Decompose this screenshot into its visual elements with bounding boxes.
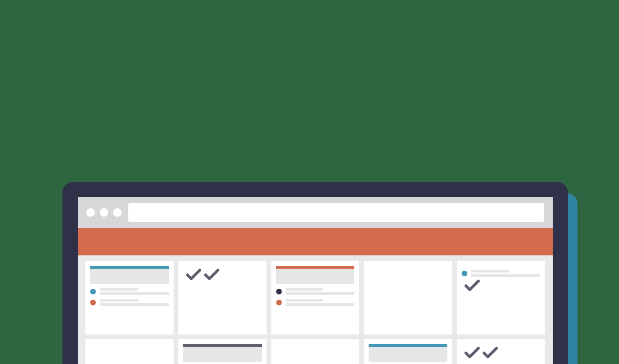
bullet-icon — [276, 289, 282, 294]
list-item — [90, 288, 169, 295]
item-text — [100, 299, 169, 306]
grid-cell[interactable] — [457, 261, 545, 334]
check-icon — [483, 346, 498, 359]
url-bar[interactable] — [128, 203, 544, 222]
bullet-icon — [90, 289, 96, 294]
browser-chrome — [78, 197, 553, 228]
card-body — [90, 269, 169, 284]
window-controls — [86, 208, 122, 217]
card-body — [369, 347, 447, 362]
grid-cell[interactable] — [178, 261, 267, 334]
check-icon — [186, 268, 201, 281]
header-bar — [78, 228, 553, 255]
list-item — [462, 270, 540, 277]
window-dot[interactable] — [100, 208, 108, 217]
event-card[interactable] — [276, 266, 355, 284]
list-item — [276, 299, 355, 306]
grid-cell[interactable] — [271, 261, 360, 334]
grid-cell[interactable] — [364, 339, 452, 364]
item-text — [286, 299, 355, 306]
window-dot[interactable] — [86, 208, 95, 217]
list-item — [276, 288, 355, 295]
item-text — [100, 288, 169, 295]
laptop-screen — [62, 182, 568, 364]
check-icon — [204, 268, 219, 281]
event-card[interactable] — [90, 266, 169, 284]
check-icon — [464, 346, 480, 359]
grid-cell[interactable] — [271, 339, 360, 364]
event-card[interactable] — [369, 344, 447, 362]
bullet-icon — [462, 271, 467, 276]
item-text — [286, 288, 355, 295]
grid-cell[interactable] — [364, 261, 452, 334]
calendar-grid — [78, 255, 553, 364]
window-dot[interactable] — [113, 208, 122, 217]
bullet-icon — [90, 300, 96, 305]
grid-cell[interactable] — [85, 261, 174, 334]
event-card[interactable] — [183, 344, 262, 362]
content-area — [78, 228, 553, 364]
bullet-icon — [276, 300, 282, 305]
card-body — [276, 269, 355, 284]
grid-cell[interactable] — [457, 339, 545, 364]
list-item — [90, 299, 169, 306]
check-icon — [464, 279, 480, 292]
card-body — [183, 347, 262, 362]
grid-cell[interactable] — [178, 339, 267, 364]
grid-cell[interactable] — [85, 339, 174, 364]
item-text — [471, 270, 540, 277]
